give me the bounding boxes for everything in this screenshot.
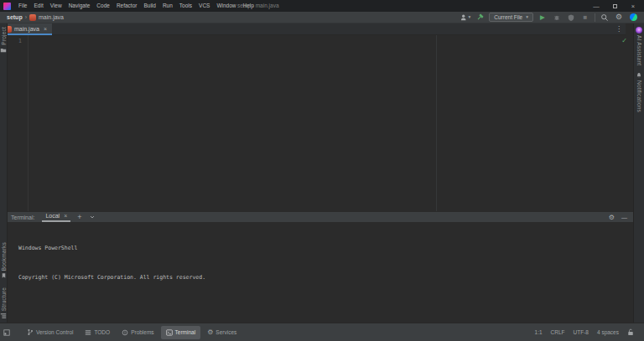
menu-item-window[interactable]: Window bbox=[213, 0, 239, 12]
close-icon[interactable]: × bbox=[44, 26, 47, 32]
menu-item-refactor[interactable]: Refactor bbox=[113, 0, 141, 12]
debug-button[interactable] bbox=[552, 13, 562, 23]
terminal-panel-label: Terminal: bbox=[11, 214, 34, 220]
toolbar-actions: ▾ Current File ▾ ▶ bbox=[460, 12, 644, 23]
editor-area[interactable]: 1 ✓ bbox=[8, 35, 633, 211]
window-minimize-button[interactable]: — bbox=[587, 0, 605, 12]
editor-options-button[interactable]: ⋮ bbox=[612, 23, 626, 34]
java-file-icon bbox=[29, 14, 36, 21]
bookmarks-stripe-label: Bookmarks bbox=[1, 242, 7, 271]
toolbar-divider bbox=[595, 13, 595, 22]
run-icon: ▶ bbox=[540, 14, 545, 21]
unlocked-padlock-icon bbox=[627, 328, 634, 336]
stop-button[interactable]: ■ bbox=[580, 13, 590, 23]
run-configuration-value: Current File bbox=[494, 14, 522, 20]
todo-list-icon bbox=[85, 329, 91, 336]
menu-item-file[interactable]: File bbox=[15, 0, 30, 12]
project-stripe-label: Project bbox=[1, 27, 7, 45]
terminal-tab-label: Local bbox=[45, 213, 60, 219]
sidebar-item-bookmarks[interactable]: Bookmarks bbox=[1, 242, 7, 279]
tool-window-button-terminal[interactable]: Terminal bbox=[161, 326, 201, 339]
hide-terminal-button[interactable]: — bbox=[621, 214, 627, 220]
bell-icon bbox=[636, 72, 642, 79]
terminal-line bbox=[18, 302, 633, 313]
search-icon bbox=[600, 13, 609, 22]
user-icon bbox=[460, 13, 468, 22]
stripe-toggle-icon bbox=[3, 329, 10, 336]
tool-window-label: TODO bbox=[94, 329, 110, 335]
tool-window-button-todo[interactable]: TODO bbox=[80, 326, 115, 339]
menu-item-code[interactable]: Code bbox=[93, 0, 113, 12]
tab-label: main.java bbox=[14, 26, 39, 32]
indent-widget[interactable]: 4 spaces bbox=[597, 329, 619, 335]
new-terminal-button[interactable]: + bbox=[77, 214, 81, 221]
menu-item-edit[interactable]: Edit bbox=[30, 0, 46, 12]
menu-item-run[interactable]: Run bbox=[159, 0, 176, 12]
sidebar-item-structure[interactable]: Structure bbox=[0, 287, 7, 319]
breadcrumb: setup › main.java bbox=[0, 14, 64, 21]
run-configuration-select[interactable]: Current File ▾ bbox=[489, 13, 533, 22]
breadcrumb-file[interactable]: main.java bbox=[39, 14, 64, 20]
code-with-me-button[interactable]: ▾ bbox=[460, 13, 470, 23]
terminal-line: Copyright (C) Microsoft Corporation. All… bbox=[18, 273, 633, 283]
menu-item-vcs[interactable]: VCS bbox=[195, 0, 213, 12]
status-bar: Version Control TODO Problems Terminal bbox=[0, 323, 644, 341]
menu-item-tools[interactable]: Tools bbox=[176, 0, 195, 12]
build-button[interactable] bbox=[475, 13, 485, 23]
readonly-toggle-button[interactable] bbox=[627, 328, 634, 336]
sidebar-item-notifications[interactable]: Notifications bbox=[636, 72, 642, 112]
right-stripe-group: AI Assistant Notifications bbox=[636, 27, 642, 112]
problems-icon bbox=[122, 329, 128, 336]
run-button[interactable]: ▶ bbox=[538, 13, 548, 23]
sidebar-item-ai-assistant[interactable]: AI Assistant bbox=[636, 27, 642, 65]
ai-assistant-stripe-label: AI Assistant bbox=[636, 35, 642, 65]
breadcrumb-project[interactable]: setup bbox=[7, 14, 23, 20]
coverage-button[interactable] bbox=[566, 13, 576, 23]
services-icon: ⚙ bbox=[207, 329, 213, 336]
stop-icon: ■ bbox=[584, 14, 588, 21]
shield-icon bbox=[567, 13, 575, 22]
tool-window-label: Terminal bbox=[175, 329, 196, 335]
editor-gutter: 1 bbox=[8, 35, 29, 211]
terminal-output[interactable]: Windows PowerShell Copyright (C) Microso… bbox=[8, 222, 633, 323]
left-stripe-bottom-group: Bookmarks Structure bbox=[0, 242, 7, 319]
title-bar: File Edit View Navigate Code Refactor Bu… bbox=[0, 0, 644, 12]
tool-window-button-problems[interactable]: Problems bbox=[117, 326, 158, 339]
sidebar-item-project[interactable]: Project bbox=[0, 27, 7, 54]
search-everywhere-button[interactable] bbox=[600, 13, 610, 23]
menu-item-navigate[interactable]: Navigate bbox=[65, 0, 94, 12]
status-bar-right: 1:1 CRLF UTF-8 4 spaces bbox=[535, 328, 644, 336]
window-close-button[interactable]: × bbox=[624, 0, 642, 12]
line-separator-widget[interactable]: CRLF bbox=[551, 329, 565, 335]
encoding-widget[interactable]: UTF-8 bbox=[574, 329, 589, 335]
terminal-panel-header: Terminal: Local × + ⚙ — bbox=[8, 211, 633, 222]
terminal-tab-local[interactable]: Local × bbox=[42, 212, 70, 222]
close-icon[interactable]: × bbox=[64, 213, 67, 219]
hammer-icon bbox=[475, 13, 485, 22]
tool-window-label: Problems bbox=[131, 329, 153, 335]
menu-item-build[interactable]: Build bbox=[140, 0, 158, 12]
terminal-tabs-dropdown-button[interactable] bbox=[89, 214, 96, 220]
window-restore-button[interactable] bbox=[605, 0, 624, 12]
caret-position-widget[interactable]: 1:1 bbox=[535, 329, 543, 335]
tool-window-stripes-toggle-button[interactable] bbox=[3, 329, 10, 336]
inspections-ok-icon[interactable]: ✓ bbox=[621, 38, 627, 44]
status-bar-left: Version Control TODO Problems Terminal bbox=[0, 326, 242, 339]
ai-assistant-icon bbox=[636, 27, 642, 34]
git-branch-icon bbox=[27, 328, 34, 336]
terminal-settings-button[interactable]: ⚙ bbox=[609, 214, 615, 221]
hard-wrap-guide bbox=[436, 35, 437, 211]
settings-button[interactable]: ⚙ bbox=[614, 13, 624, 23]
menu-item-view[interactable]: View bbox=[47, 0, 65, 12]
chevron-down-icon: ▾ bbox=[469, 15, 471, 20]
tool-window-button-version-control[interactable]: Version Control bbox=[22, 326, 78, 339]
chevron-down-icon: ▾ bbox=[526, 15, 528, 20]
tool-window-label: Services bbox=[216, 329, 236, 335]
line-number: 1 bbox=[18, 38, 22, 44]
folder-icon bbox=[0, 47, 7, 54]
profile-button[interactable] bbox=[628, 13, 638, 23]
gear-icon: ⚙ bbox=[615, 13, 622, 21]
tool-window-button-services[interactable]: ⚙ Services bbox=[202, 326, 242, 339]
tab-main-java[interactable]: main.java × bbox=[0, 23, 52, 34]
notifications-stripe-label: Notifications bbox=[636, 80, 642, 112]
